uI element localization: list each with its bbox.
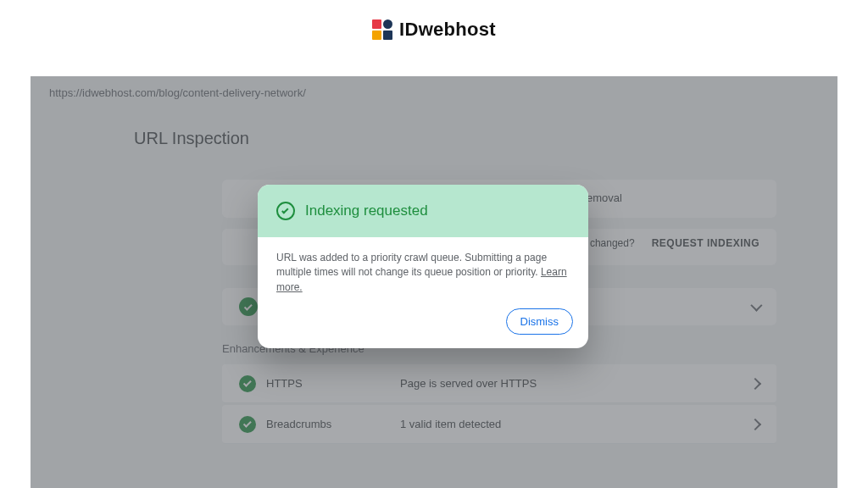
- dismiss-button[interactable]: Dismiss: [506, 308, 574, 335]
- dialog-body-text: URL was added to a priority crawl queue.…: [276, 252, 547, 278]
- dialog-footer: Dismiss: [258, 298, 588, 348]
- indexing-requested-dialog: Indexing requested URL was added to a pr…: [258, 185, 588, 348]
- brand-logo-mark: [372, 19, 392, 40]
- dialog-title: Indexing requested: [305, 202, 428, 219]
- dialog-body: URL was added to a priority crawl queue.…: [258, 237, 588, 298]
- dialog-header: Indexing requested: [258, 185, 588, 237]
- success-check-icon: [276, 202, 295, 220]
- brand-logo-text: IDwebhost: [399, 19, 496, 41]
- brand-logo: IDwebhost: [0, 0, 868, 54]
